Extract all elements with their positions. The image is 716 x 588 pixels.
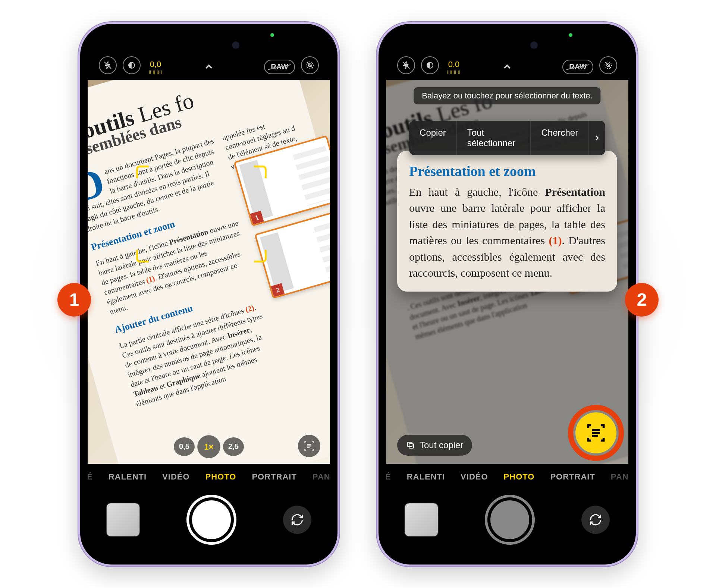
live-text-hint: Balayez ou touchez pour sélectionner du …: [414, 87, 600, 104]
mode-video[interactable]: VIDÉO: [461, 472, 488, 482]
exposure-ticks-icon: ||||||||||: [149, 70, 162, 74]
last-photo-thumbnail[interactable]: [405, 503, 438, 537]
flip-camera-button[interactable]: [283, 506, 311, 534]
menu-select-all[interactable]: Tout sélectionner: [457, 121, 531, 155]
chevron-up-icon[interactable]: [500, 59, 515, 74]
copy-icon: [406, 441, 415, 450]
phone-left: 0,0 |||||||||| RAW es: [78, 22, 339, 566]
selected-text-card[interactable]: Présentation et zoom En haut à gauche, l…: [397, 151, 617, 292]
mode-portrait[interactable]: PORTRAIT: [252, 472, 296, 482]
phone-right: 0,0 |||||||||| RAW es outils Les fo rass…: [377, 22, 638, 566]
copy-all-label: Tout copier: [420, 440, 463, 450]
mode-photo[interactable]: PHOTO: [205, 472, 236, 482]
text-action-menu: Copier Tout sélectionner Chercher: [409, 121, 605, 155]
live-photo-off-icon[interactable]: [301, 56, 319, 74]
camera-mode-selector[interactable]: RÉ RALENTI VIDÉO PHOTO PORTRAIT PANO: [386, 464, 628, 490]
mode-slomo[interactable]: RALENTI: [407, 472, 445, 482]
flash-off-icon[interactable]: [99, 56, 117, 74]
mode-photo[interactable]: PHOTO: [504, 472, 535, 482]
copy-all-button[interactable]: Tout copier: [397, 435, 472, 456]
live-photo-off-icon[interactable]: [599, 56, 617, 74]
camera-indicator-icon: [270, 33, 274, 37]
selected-heading: Présentation et zoom: [409, 161, 605, 182]
shutter-button[interactable]: [487, 497, 532, 542]
zoom-2-5[interactable]: 2,5: [223, 437, 244, 456]
last-photo-thumbnail[interactable]: [106, 503, 140, 537]
dynamic-island: [470, 35, 544, 56]
menu-more-icon[interactable]: [589, 121, 605, 155]
zoom-selector[interactable]: 0,5 1× 2,5: [174, 436, 244, 457]
mode-cinematic[interactable]: RÉ: [386, 472, 391, 482]
step-badge-1: 1: [57, 283, 91, 317]
zoom-1x[interactable]: 1×: [197, 435, 220, 458]
svg-line-4: [307, 62, 313, 68]
camera-mode-selector[interactable]: RÉ RALENTI VIDÉO PHOTO PORTRAIT PANO: [88, 464, 330, 490]
step-badge-2: 2: [625, 283, 659, 317]
exposure-indicator[interactable]: 0,0 ||||||||||: [447, 60, 461, 74]
zoom-0-5[interactable]: 0,5: [174, 437, 195, 456]
exposure-indicator[interactable]: 0,0 ||||||||||: [149, 60, 162, 74]
svg-rect-13: [409, 444, 414, 448]
exposure-value: 0,0: [150, 60, 161, 69]
night-mode-icon[interactable]: [123, 56, 141, 74]
raw-toggle[interactable]: RAW: [264, 60, 295, 74]
mode-pano[interactable]: PANO: [313, 472, 330, 482]
camera-indicator-icon: [569, 33, 572, 37]
camera-viewfinder[interactable]: es outils Les fo rassemblées dans ans un…: [386, 80, 628, 464]
raw-toggle[interactable]: RAW: [562, 60, 593, 74]
mode-portrait[interactable]: PORTRAIT: [550, 472, 595, 482]
live-text-button[interactable]: [298, 435, 320, 457]
dynamic-island: [172, 35, 246, 56]
flash-off-icon[interactable]: [397, 56, 415, 74]
camera-viewfinder[interactable]: es outils Les fo rassemblées dans D ans …: [88, 80, 330, 464]
svg-rect-14: [408, 442, 412, 447]
exposure-ticks-icon: ||||||||||: [447, 70, 461, 74]
night-mode-icon[interactable]: [421, 56, 439, 74]
mode-slomo[interactable]: RALENTI: [109, 472, 147, 482]
document-page: es outils Les fo rassemblées dans D ans …: [88, 80, 330, 464]
mode-video[interactable]: VIDÉO: [162, 472, 189, 482]
live-text-button-active[interactable]: [575, 412, 616, 453]
shutter-button[interactable]: [189, 497, 234, 542]
mode-pano[interactable]: PANO: [611, 472, 628, 482]
menu-copy[interactable]: Copier: [409, 121, 457, 155]
chevron-up-icon[interactable]: [201, 59, 216, 74]
flip-camera-button[interactable]: [581, 506, 610, 534]
svg-line-12: [605, 62, 611, 68]
menu-search[interactable]: Chercher: [531, 121, 589, 155]
mode-cinematic[interactable]: RÉ: [88, 472, 93, 482]
exposure-value: 0,0: [448, 60, 460, 69]
